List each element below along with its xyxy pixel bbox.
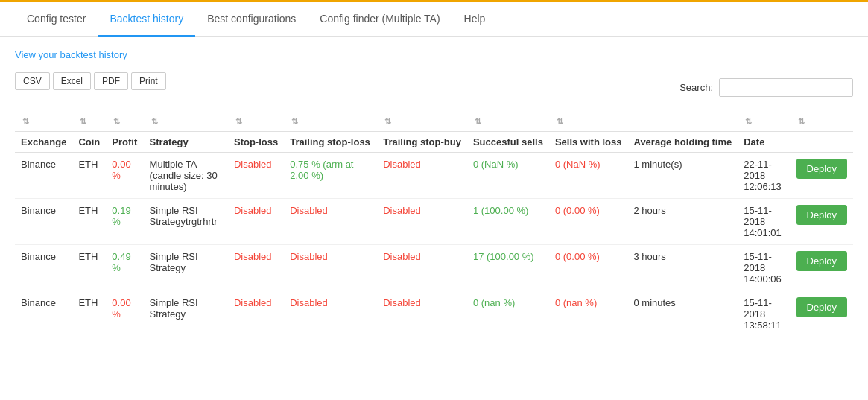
cell-trailing-stop-buy: Disabled bbox=[377, 291, 467, 337]
cell-strategy: Simple RSI Strategytrgtrhrtr bbox=[144, 199, 228, 245]
pdf-button[interactable]: PDF bbox=[94, 72, 128, 90]
cell-coin: ETH bbox=[72, 199, 106, 245]
sort-successful-sells[interactable]: ⇅ bbox=[467, 111, 549, 132]
deploy-button[interactable]: Deploy bbox=[796, 205, 847, 225]
deploy-button[interactable]: Deploy bbox=[796, 159, 847, 179]
backtest-table: ⇅ ⇅ ⇅ ⇅ ⇅ ⇅ ⇅ ⇅ ⇅ ⇅ ⇅ Exchange Coin Prof… bbox=[15, 111, 853, 337]
cell-trailing-stop-loss: Disabled bbox=[284, 291, 377, 337]
cell-date: 15-11-2018 14:01:01 bbox=[738, 199, 790, 245]
deploy-button[interactable]: Deploy bbox=[796, 251, 847, 271]
cell-deploy: Deploy bbox=[791, 291, 854, 337]
tab-backtest-history[interactable]: Backtest history bbox=[98, 2, 195, 37]
col-stop-loss: Stop-loss bbox=[228, 132, 284, 153]
sort-icons-row: ⇅ ⇅ ⇅ ⇅ ⇅ ⇅ ⇅ ⇅ ⇅ ⇅ ⇅ bbox=[15, 111, 853, 132]
tabs-nav: Config tester Backtest history Best conf… bbox=[0, 2, 868, 37]
cell-average-holding-time: 1 minute(s) bbox=[627, 153, 738, 199]
col-date: Date bbox=[738, 132, 790, 153]
column-headers-row: Exchange Coin Profit Strategy Stop-loss … bbox=[15, 132, 853, 153]
cell-trailing-stop-buy: Disabled bbox=[377, 153, 467, 199]
col-trailing-stop-buy: Trailing stop-buy bbox=[377, 132, 467, 153]
cell-profit: 0.00 % bbox=[106, 153, 143, 199]
print-button[interactable]: Print bbox=[131, 72, 166, 90]
sort-trailing-stop-loss[interactable]: ⇅ bbox=[284, 111, 377, 132]
cell-trailing-stop-buy: Disabled bbox=[377, 245, 467, 291]
cell-successful-sells: 17 (100.00 %) bbox=[467, 245, 549, 291]
cell-stop-loss: Disabled bbox=[228, 153, 284, 199]
cell-profit: 0.00 % bbox=[106, 291, 143, 337]
sort-profit[interactable]: ⇅ bbox=[106, 111, 143, 132]
col-successful-sells: Succesful sells bbox=[467, 132, 549, 153]
cell-profit: 0.19 % bbox=[106, 199, 143, 245]
cell-successful-sells: 0 (nan %) bbox=[467, 291, 549, 337]
cell-coin: ETH bbox=[72, 291, 106, 337]
col-sells-with-loss: Sells with loss bbox=[549, 132, 628, 153]
export-buttons: CSV Excel PDF Print bbox=[15, 72, 166, 90]
cell-exchange: Binance bbox=[15, 291, 72, 337]
cell-exchange: Binance bbox=[15, 245, 72, 291]
search-label: Search: bbox=[679, 82, 713, 93]
cell-average-holding-time: 0 minutes bbox=[627, 291, 738, 337]
sort-coin[interactable]: ⇅ bbox=[72, 111, 106, 132]
cell-successful-sells: 1 (100.00 %) bbox=[467, 199, 549, 245]
tab-help[interactable]: Help bbox=[452, 2, 498, 37]
table-row: BinanceETH0.19 %Simple RSI Strategytrgtr… bbox=[15, 199, 853, 245]
cell-average-holding-time: 2 hours bbox=[627, 199, 738, 245]
col-coin: Coin bbox=[72, 132, 106, 153]
cell-deploy: Deploy bbox=[791, 199, 854, 245]
cell-date: 15-11-2018 13:58:11 bbox=[738, 291, 790, 337]
cell-strategy: Simple RSI Strategy bbox=[144, 245, 228, 291]
tab-config-tester[interactable]: Config tester bbox=[15, 2, 98, 37]
col-exchange: Exchange bbox=[15, 132, 72, 153]
cell-average-holding-time: 3 hours bbox=[627, 245, 738, 291]
deploy-button[interactable]: Deploy bbox=[796, 297, 847, 317]
cell-date: 15-11-2018 14:00:06 bbox=[738, 245, 790, 291]
cell-sells-with-loss: 0 (0.00 %) bbox=[549, 199, 628, 245]
csv-button[interactable]: CSV bbox=[15, 72, 50, 90]
search-area: Search: bbox=[679, 78, 853, 97]
cell-exchange: Binance bbox=[15, 199, 72, 245]
cell-stop-loss: Disabled bbox=[228, 291, 284, 337]
table-row: BinanceETH0.00 %Multiple TA (candle size… bbox=[15, 153, 853, 199]
cell-deploy: Deploy bbox=[791, 245, 854, 291]
cell-trailing-stop-loss: 0.75 % (arm at 2.00 %) bbox=[284, 153, 377, 199]
search-input[interactable] bbox=[719, 78, 853, 97]
cell-exchange: Binance bbox=[15, 153, 72, 199]
sort-sells-with-loss[interactable]: ⇅ bbox=[549, 111, 628, 132]
col-deploy bbox=[791, 132, 854, 153]
col-strategy: Strategy bbox=[144, 132, 228, 153]
cell-sells-with-loss: 0 (NaN %) bbox=[549, 153, 628, 199]
col-avg-holding-time: Average holding time bbox=[627, 132, 738, 153]
col-trailing-stop-loss: Trailing stop-loss bbox=[284, 132, 377, 153]
cell-sells-with-loss: 0 (0.00 %) bbox=[549, 245, 628, 291]
sort-stop-loss[interactable]: ⇅ bbox=[228, 111, 284, 132]
cell-strategy: Simple RSI Strategy bbox=[144, 291, 228, 337]
excel-button[interactable]: Excel bbox=[53, 72, 91, 90]
table-row: BinanceETH0.00 %Simple RSI StrategyDisab… bbox=[15, 291, 853, 337]
tab-config-finder[interactable]: Config finder (Multiple TA) bbox=[308, 2, 452, 37]
cell-deploy: Deploy bbox=[791, 153, 854, 199]
sort-avg-holding-time bbox=[627, 111, 738, 132]
page-subtitle: View your backtest history bbox=[15, 49, 853, 60]
tab-best-configurations[interactable]: Best configurations bbox=[195, 2, 308, 37]
sort-trailing-stop-buy[interactable]: ⇅ bbox=[377, 111, 467, 132]
sort-deploy[interactable]: ⇅ bbox=[791, 111, 854, 132]
cell-date: 22-11-2018 12:06:13 bbox=[738, 153, 790, 199]
cell-coin: ETH bbox=[72, 153, 106, 199]
cell-profit: 0.49 % bbox=[106, 245, 143, 291]
cell-trailing-stop-loss: Disabled bbox=[284, 199, 377, 245]
cell-successful-sells: 0 (NaN %) bbox=[467, 153, 549, 199]
cell-trailing-stop-loss: Disabled bbox=[284, 245, 377, 291]
cell-trailing-stop-buy: Disabled bbox=[377, 199, 467, 245]
cell-strategy: Multiple TA (candle size: 30 minutes) bbox=[144, 153, 228, 199]
cell-stop-loss: Disabled bbox=[228, 245, 284, 291]
sort-strategy[interactable]: ⇅ bbox=[144, 111, 228, 132]
table-row: BinanceETH0.49 %Simple RSI StrategyDisab… bbox=[15, 245, 853, 291]
sort-exchange[interactable]: ⇅ bbox=[15, 111, 72, 132]
col-profit: Profit bbox=[106, 132, 143, 153]
cell-coin: ETH bbox=[72, 245, 106, 291]
sort-date[interactable]: ⇅ bbox=[738, 111, 790, 132]
cell-stop-loss: Disabled bbox=[228, 199, 284, 245]
cell-sells-with-loss: 0 (nan %) bbox=[549, 291, 628, 337]
